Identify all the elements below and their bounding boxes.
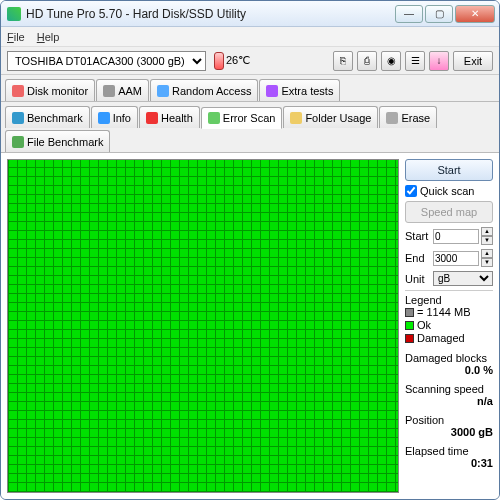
- unit-select[interactable]: gB: [433, 271, 493, 286]
- tab-extra-tests[interactable]: Extra tests: [259, 79, 340, 101]
- legend-title: Legend: [405, 294, 493, 306]
- settings-icon[interactable]: ☰: [405, 51, 425, 71]
- tab-row-2: Benchmark Info Health Error Scan Folder …: [1, 102, 499, 153]
- legend: Legend = 1144 MB Ok Damaged: [405, 290, 493, 345]
- save-icon[interactable]: ↓: [429, 51, 449, 71]
- random-icon: [157, 85, 169, 97]
- scan-grid-container: [7, 159, 399, 493]
- tab-aam[interactable]: AAM: [96, 79, 149, 101]
- menu-help[interactable]: Help: [37, 31, 60, 43]
- temperature-value: 26℃: [226, 54, 250, 67]
- folder-icon: [290, 112, 302, 124]
- tab-random-access[interactable]: Random Access: [150, 79, 258, 101]
- start-spinner[interactable]: ▲▼: [481, 227, 493, 245]
- end-label: End: [405, 252, 431, 264]
- tab-disk-monitor[interactable]: Disk monitor: [5, 79, 95, 101]
- stat-time: Elapsed time0:31: [405, 445, 493, 469]
- close-button[interactable]: ✕: [455, 5, 495, 23]
- minimize-button[interactable]: —: [395, 5, 423, 23]
- scan-grid: [8, 160, 398, 492]
- aam-icon: [103, 85, 115, 97]
- app-icon: [7, 7, 21, 21]
- drive-select[interactable]: TOSHIBA DT01ACA300 (3000 gB): [7, 51, 206, 71]
- exit-button[interactable]: Exit: [453, 51, 493, 71]
- quick-scan-checkbox[interactable]: Quick scan: [405, 185, 493, 197]
- tab-erase[interactable]: Erase: [379, 106, 437, 128]
- health-icon: [146, 112, 158, 124]
- tab-row-1: Disk monitor AAM Random Access Extra tes…: [1, 75, 499, 102]
- damaged-icon: [405, 334, 414, 343]
- unit-label: Unit: [405, 273, 431, 285]
- info-icon: [98, 112, 110, 124]
- screenshot-icon[interactable]: ⎙: [357, 51, 377, 71]
- benchmark-icon: [12, 112, 24, 124]
- extra-icon: [266, 85, 278, 97]
- menu-bar: File Help: [1, 27, 499, 47]
- stat-speed: Scanning speedn/a: [405, 383, 493, 407]
- toolbar: TOSHIBA DT01ACA300 (3000 gB) 26℃ ⎘ ⎙ ◉ ☰…: [1, 47, 499, 75]
- file-bench-icon: [12, 136, 24, 148]
- start-label: Start: [405, 230, 431, 242]
- monitor-icon: [12, 85, 24, 97]
- end-spinner[interactable]: ▲▼: [481, 249, 493, 267]
- tab-health[interactable]: Health: [139, 106, 200, 128]
- tab-benchmark[interactable]: Benchmark: [5, 106, 90, 128]
- menu-file[interactable]: File: [7, 31, 25, 43]
- tab-folder-usage[interactable]: Folder Usage: [283, 106, 378, 128]
- maximize-button[interactable]: ▢: [425, 5, 453, 23]
- tab-error-scan[interactable]: Error Scan: [201, 107, 283, 129]
- tab-info[interactable]: Info: [91, 106, 138, 128]
- copy-icon[interactable]: ⎘: [333, 51, 353, 71]
- end-input[interactable]: [433, 251, 479, 266]
- start-input[interactable]: [433, 229, 479, 244]
- ok-icon: [405, 321, 414, 330]
- error-scan-icon: [208, 112, 220, 124]
- stat-damaged: Damaged blocks0.0 %: [405, 352, 493, 376]
- side-panel: Start Quick scan Speed map Start▲▼ End▲▼…: [405, 159, 493, 493]
- start-button[interactable]: Start: [405, 159, 493, 181]
- content-area: Start Quick scan Speed map Start▲▼ End▲▼…: [1, 153, 499, 499]
- thermometer-icon: [214, 52, 224, 70]
- app-window: HD Tune Pro 5.70 - Hard Disk/SSD Utility…: [0, 0, 500, 500]
- camera-icon[interactable]: ◉: [381, 51, 401, 71]
- window-title: HD Tune Pro 5.70 - Hard Disk/SSD Utility: [26, 7, 393, 21]
- erase-icon: [386, 112, 398, 124]
- tab-file-benchmark[interactable]: File Benchmark: [5, 130, 110, 152]
- speed-map-button: Speed map: [405, 201, 493, 223]
- titlebar: HD Tune Pro 5.70 - Hard Disk/SSD Utility…: [1, 1, 499, 27]
- stat-position: Position3000 gB: [405, 414, 493, 438]
- temperature: 26℃: [214, 52, 250, 70]
- block-icon: [405, 308, 414, 317]
